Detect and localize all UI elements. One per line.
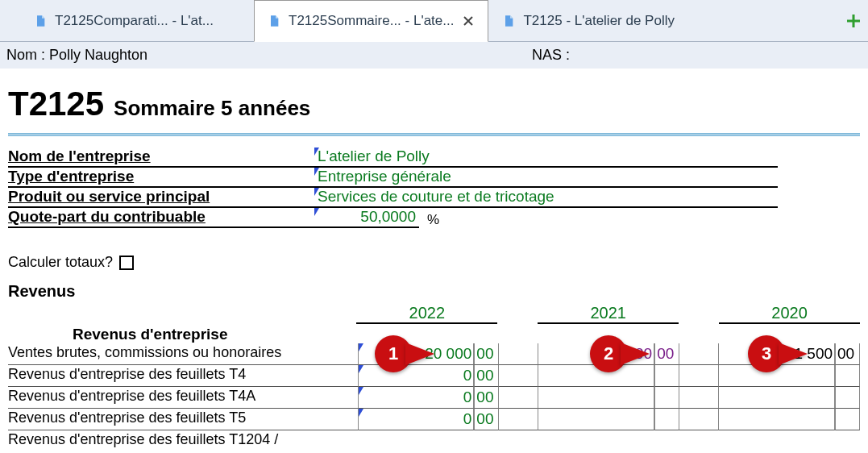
business-name-input[interactable]: L'atelier de Polly	[314, 148, 778, 168]
doc-icon	[34, 13, 47, 29]
table-row: Revenus d'entreprise des feuillets T1204…	[8, 430, 860, 452]
share-label: Quote-part du contribuable	[8, 208, 314, 228]
cell-2022-cents[interactable]: 00	[474, 409, 499, 430]
field-marker-icon	[359, 409, 363, 417]
name-value: Polly Naughton	[49, 47, 147, 64]
field-marker-icon	[359, 387, 363, 395]
field-marker-icon	[314, 188, 319, 196]
cell-2022[interactable]: 20 000	[358, 343, 475, 365]
row-label: Revenus d'entreprise des feuillets T1204…	[8, 430, 854, 452]
year-header: 2022 2021 2020	[8, 304, 860, 324]
business-type-label: Type d'entreprise	[8, 168, 314, 188]
field-marker-icon	[314, 148, 319, 156]
table-row: Revenus d'entreprise des feuillets T4 0 …	[8, 365, 860, 387]
product-input[interactable]: Services de couture et de tricotage	[314, 188, 778, 208]
calc-totals-label: Calculer totaux?	[8, 254, 113, 271]
nas-label: NAS :	[532, 47, 570, 64]
row-label: Revenus d'entreprise des feuillets T4A	[8, 387, 358, 409]
cell-2020[interactable]	[718, 409, 835, 430]
new-tab-button[interactable]	[842, 0, 865, 41]
tab-label: T2125 - L'atelier de Polly	[523, 13, 675, 29]
field-marker-icon	[359, 343, 363, 351]
cell-2022-cents[interactable]: 00	[474, 387, 499, 409]
subsection-revenus-entreprise: Revenus d'entreprise	[73, 326, 860, 343]
cell-2020-cents[interactable]	[835, 365, 860, 387]
cell-2021-cents[interactable]: 00	[654, 343, 679, 365]
year-2021: 2021	[538, 304, 679, 324]
table-row: Revenus d'entreprise des feuillets T5 0 …	[8, 409, 860, 430]
doc-icon	[502, 13, 515, 29]
table-row: Revenus d'entreprise des feuillets T4A 0…	[8, 387, 860, 409]
cell-2020-cents[interactable]	[835, 387, 860, 409]
tab-label: T2125Comparati... - L'at...	[55, 13, 214, 29]
cell-2022-cents[interactable]: 00	[474, 365, 499, 387]
cell-2020-cents[interactable]: 00	[835, 343, 860, 365]
tab-bar: T2125Comparati... - L'at... T2125Sommair…	[0, 0, 868, 42]
cell-2022[interactable]: 0	[358, 409, 475, 430]
row-label: Revenus d'entreprise des feuillets T4	[8, 365, 358, 387]
field-marker-icon	[359, 365, 363, 373]
cell-2022[interactable]: 0	[358, 365, 475, 387]
cell-2021[interactable]	[538, 387, 654, 409]
row-label: Ventes brutes, commissions ou honoraires	[8, 343, 358, 365]
share-input[interactable]: 50,0000	[314, 208, 419, 228]
calc-totals-row: Calculer totaux?	[8, 254, 860, 271]
doc-icon	[268, 13, 280, 29]
title-rule	[8, 133, 860, 136]
form-title: T2125 Sommaire 5 années	[8, 85, 860, 123]
calc-totals-checkbox[interactable]	[119, 256, 134, 270]
year-2022: 2022	[356, 304, 497, 324]
cell-2021-cents[interactable]	[654, 387, 679, 409]
tab-t2125-comparatif[interactable]: T2125Comparati... - L'at...	[20, 0, 254, 41]
year-2020: 2020	[719, 304, 860, 324]
section-revenus: Revenus	[8, 282, 860, 301]
field-marker-icon	[314, 208, 319, 216]
revenue-grid: Ventes brutes, commissions ou honoraires…	[8, 343, 860, 452]
cell-2020[interactable]	[718, 387, 835, 409]
cell-2020-cents[interactable]	[835, 409, 860, 430]
cell-2021[interactable]: 3 600	[538, 343, 654, 365]
cell-2021-cents[interactable]	[654, 409, 679, 430]
share-unit: %	[419, 212, 439, 228]
cell-2022[interactable]: 0	[358, 387, 475, 409]
business-name-label: Nom de l'entreprise	[8, 148, 314, 168]
cell-2021[interactable]	[538, 365, 654, 387]
close-icon[interactable]	[462, 15, 475, 27]
cell-2020[interactable]	[718, 365, 835, 387]
tab-t2125[interactable]: T2125 - L'atelier de Polly	[488, 0, 722, 41]
tab-t2125-sommaire[interactable]: T2125Sommaire... - L'ate...	[254, 0, 488, 42]
tab-label: T2125Sommaire... - L'ate...	[289, 13, 454, 29]
cell-2020[interactable]: 1 500	[718, 343, 835, 365]
business-type-input[interactable]: Entreprise générale	[314, 168, 778, 188]
row-label: Revenus d'entreprise des feuillets T5	[8, 409, 358, 430]
product-label: Produit ou service principal	[8, 188, 314, 208]
cell-2022-cents[interactable]: 00	[474, 343, 499, 365]
identity-row: Nom : Polly Naughton NAS :	[0, 42, 868, 69]
cell-2021-cents[interactable]	[654, 365, 679, 387]
cell-2021[interactable]	[538, 409, 654, 430]
form-subtitle: Sommaire 5 années	[114, 96, 310, 121]
name-label: Nom :	[6, 47, 45, 64]
field-marker-icon	[314, 168, 319, 176]
form-code: T2125	[8, 85, 104, 123]
table-row: Ventes brutes, commissions ou honoraires…	[8, 343, 860, 365]
